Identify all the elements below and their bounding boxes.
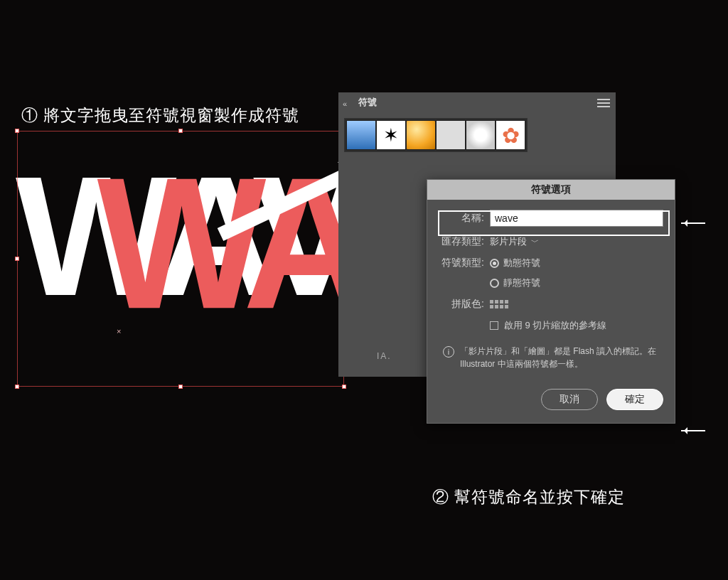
export-type-label: 匯存類型: [440, 235, 484, 248]
panel-collapse-icon[interactable]: « [338, 97, 351, 108]
canvas-selection[interactable]: WAVE WAVE × [17, 131, 344, 387]
symbol-options-dialog: 符號選項 名稱: 匯存類型: 影片片段 ﹀ 符號類型: 動態符號 靜態符號 [427, 179, 675, 424]
radio-dynamic[interactable]: 動態符號 [490, 257, 540, 269]
name-input[interactable] [490, 210, 663, 227]
radio-icon [490, 259, 499, 268]
handle-top-mid[interactable] [178, 129, 183, 133]
nine-slice-checkbox[interactable]: 啟用 9 切片縮放的參考線 [490, 319, 663, 332]
handle-bot-left[interactable] [15, 385, 19, 389]
name-label: 名稱: [440, 212, 484, 225]
handle-mid-left[interactable] [15, 257, 19, 261]
step2-label: ② 幫符號命名並按下確定 [432, 486, 625, 508]
ok-button[interactable]: 確定 [606, 389, 663, 410]
export-type-value: 影片片段 [490, 235, 527, 248]
anchor-x-icon: × [117, 327, 121, 335]
radio-icon [490, 279, 499, 288]
info-text: 「影片片段」和「繪圖」都是 Flash 讀入的標記。在 Illustrator … [460, 345, 660, 370]
export-type-select[interactable]: 影片片段 ﹀ [490, 235, 539, 248]
swatch-grid[interactable] [436, 120, 466, 150]
symbol-type-label: 符號類型: [440, 257, 484, 269]
dialog-title: 符號選項 [427, 180, 675, 200]
handle-bot-right[interactable] [342, 385, 346, 389]
radio-static-label: 靜態符號 [503, 276, 540, 289]
step1-label: ① 將文字拖曳至符號視窗製作成符號 [21, 104, 299, 127]
info-note: i 「影片片段」和「繪圖」都是 Flash 讀入的標記。在 Illustrato… [440, 345, 663, 370]
pointer-arrow-ok [681, 430, 705, 431]
info-icon: i [443, 346, 454, 358]
symbols-panel-title: 符號 [351, 91, 384, 114]
swatch-ink-splat[interactable]: ✶ [376, 120, 406, 150]
checkbox-icon [490, 321, 498, 330]
swatch-blue-gradient[interactable] [346, 120, 376, 150]
registration-grid-icon[interactable] [490, 300, 508, 308]
selection-bounds [17, 131, 344, 387]
ai-mark: IA. [377, 351, 392, 361]
swatch-flower[interactable]: ✿ [496, 120, 525, 150]
nine-slice-label: 啟用 9 切片縮放的參考線 [504, 319, 606, 332]
swatch-starburst[interactable] [466, 120, 496, 150]
chevron-down-icon: ﹀ [531, 237, 539, 247]
registration-label: 拼版色: [440, 298, 484, 311]
swatch-orange-orb[interactable] [406, 120, 436, 150]
symbols-swatch-row: ✶ ✿ [344, 118, 528, 152]
handle-top-left[interactable] [15, 129, 19, 133]
handle-bot-mid[interactable] [178, 385, 183, 389]
radio-dynamic-label: 動態符號 [503, 257, 540, 269]
symbols-panel-tab[interactable]: « 符號 [338, 92, 384, 112]
panel-menu-icon[interactable] [597, 97, 610, 110]
cancel-button[interactable]: 取消 [541, 389, 598, 410]
pointer-arrow-name [681, 222, 705, 224]
radio-static[interactable]: 靜態符號 [490, 276, 540, 289]
